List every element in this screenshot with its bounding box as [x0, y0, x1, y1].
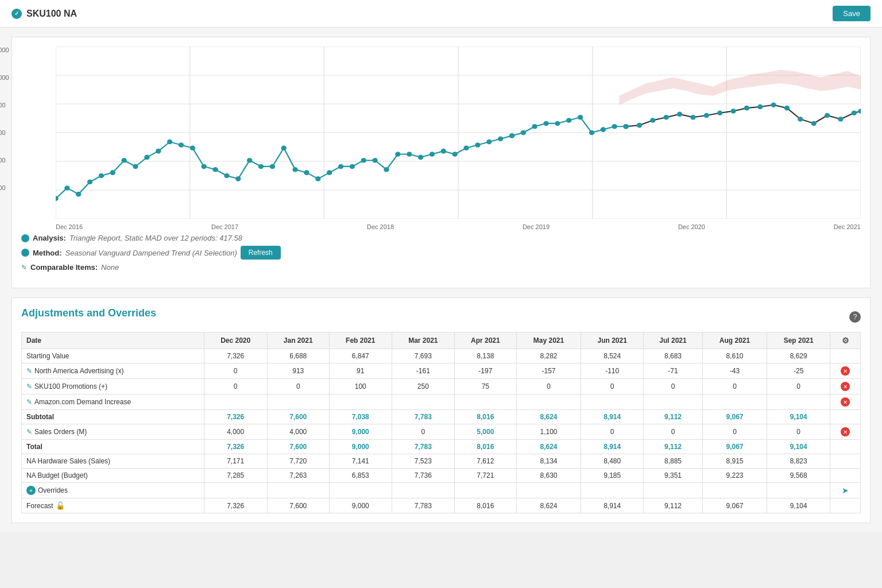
teal-value: 9,067: [726, 443, 743, 451]
data-cell: 8,138: [454, 349, 516, 363]
data-cell: [392, 483, 454, 498]
table-row: ✎ North America Advertising (x)091391-16…: [22, 363, 861, 379]
col-date: Date: [22, 332, 204, 349]
data-cell: 0: [767, 424, 830, 440]
svg-point-51: [463, 146, 469, 151]
svg-point-48: [430, 152, 435, 157]
teal-value: 8,016: [477, 443, 494, 451]
data-cell: 6,853: [329, 469, 392, 483]
svg-point-34: [270, 164, 275, 169]
data-cell: 7,783: [392, 440, 454, 454]
overrides-arrow-icon[interactable]: ➤: [842, 486, 849, 495]
data-cell: [644, 483, 703, 498]
data-cell: 7,612: [454, 454, 516, 469]
data-cell: 8,282: [516, 349, 581, 363]
row-action-cell: ✕: [830, 424, 861, 440]
row-label-cell: Subtotal: [22, 410, 204, 424]
row-action-cell: [830, 469, 861, 483]
adjustments-section: Adjustments and Overrides ? Date Dec 202…: [11, 297, 871, 523]
col-mar2021: Mar 2021: [392, 332, 454, 349]
svg-point-69: [664, 115, 669, 120]
save-button[interactable]: Save: [833, 6, 871, 21]
main-content: 0 2,000 4,000 6,000 8,000 10,000 12,000: [0, 28, 882, 532]
data-cell: [267, 483, 329, 498]
table-row: NA Budget (Budget)7,2857,2636,8537,7367,…: [22, 469, 861, 483]
data-cell: 8,914: [581, 498, 644, 513]
svg-point-66: [623, 124, 628, 129]
data-cell: -157: [516, 363, 581, 379]
data-cell: [702, 483, 767, 498]
svg-point-82: [838, 117, 843, 122]
analysis-row: Analysis: Triangle Report, Static MAD ov…: [21, 234, 861, 242]
row-edit-icon[interactable]: ✎: [26, 428, 32, 436]
data-cell: 8,624: [516, 498, 581, 513]
data-cell: [454, 394, 516, 410]
analysis-section: Analysis: Triangle Report, Static MAD ov…: [21, 230, 861, 278]
data-cell: 7,326: [204, 440, 267, 454]
data-cell: 9,067: [702, 410, 767, 424]
data-cell: [702, 394, 767, 410]
row-edit-icon[interactable]: ✎: [26, 382, 32, 390]
svg-point-62: [589, 130, 594, 136]
data-cell: 9,000: [329, 424, 392, 440]
analysis-dot: [21, 234, 29, 242]
svg-point-25: [167, 140, 172, 145]
data-cell: 9,000: [329, 440, 392, 454]
data-cell: 8,016: [454, 498, 516, 513]
header-title: ✓ SKU100 NA: [11, 9, 77, 19]
row-edit-icon[interactable]: ✎: [26, 398, 32, 406]
help-icon[interactable]: ?: [849, 311, 861, 323]
data-cell: 7,326: [204, 410, 267, 424]
svg-point-58: [543, 121, 548, 126]
page-title: SKU100 NA: [26, 9, 77, 19]
svg-point-45: [395, 152, 400, 157]
data-cell: 91: [329, 363, 392, 379]
comparable-edit-icon[interactable]: ✎: [21, 264, 27, 272]
svg-point-27: [190, 146, 195, 151]
data-cell: 8,016: [454, 410, 516, 424]
settings-icon[interactable]: ⚙: [842, 336, 849, 345]
teal-value: 9,112: [664, 413, 682, 421]
data-cell: -43: [702, 363, 767, 379]
data-cell: 8,914: [581, 410, 644, 424]
data-cell: 7,721: [454, 469, 516, 483]
data-cell: -71: [644, 363, 703, 379]
row-label-cell: NA Budget (Budget): [22, 469, 204, 483]
overrides-plus-icon[interactable]: +: [26, 486, 36, 495]
teal-value: 9,067: [726, 413, 743, 421]
remove-button[interactable]: ✕: [841, 366, 850, 376]
data-cell: 0: [204, 363, 267, 379]
row-edit-icon[interactable]: ✎: [26, 367, 32, 375]
remove-button[interactable]: ✕: [841, 427, 850, 436]
refresh-button[interactable]: Refresh: [241, 246, 281, 260]
remove-button[interactable]: ✕: [841, 397, 850, 407]
data-cell: 1,100: [516, 424, 581, 440]
svg-point-46: [407, 152, 412, 157]
col-jan2021: Jan 2021: [267, 332, 329, 349]
data-cell: 0: [702, 379, 767, 394]
data-cell: 7,600: [267, 440, 329, 454]
data-cell: 0: [516, 379, 581, 394]
table-row: ✎ Amazon.com Demand Increase✕: [22, 394, 861, 410]
svg-point-60: [566, 118, 571, 123]
svg-point-35: [281, 146, 287, 151]
row-action-cell: [830, 349, 861, 363]
data-cell: 7,600: [267, 498, 329, 513]
data-cell: 9,104: [767, 440, 830, 454]
data-cell: 7,720: [267, 454, 329, 469]
forecast-lock-icon[interactable]: 🔓: [56, 501, 65, 510]
header-bar: ✓ SKU100 NA Save: [0, 0, 882, 28]
row-label-cell: NA Hardware Sales (Sales): [22, 454, 204, 469]
col-gear[interactable]: ⚙: [830, 332, 861, 349]
row-label-cell: Total: [22, 440, 204, 454]
data-cell: 7,038: [329, 410, 392, 424]
teal-value: 7,326: [227, 413, 244, 421]
svg-point-32: [247, 158, 252, 163]
data-cell: -25: [767, 363, 830, 379]
svg-point-76: [757, 105, 763, 110]
svg-point-80: [811, 121, 817, 126]
svg-point-28: [202, 164, 207, 169]
svg-point-44: [384, 167, 389, 172]
remove-button[interactable]: ✕: [841, 382, 850, 391]
teal-value: 8,016: [477, 413, 494, 421]
